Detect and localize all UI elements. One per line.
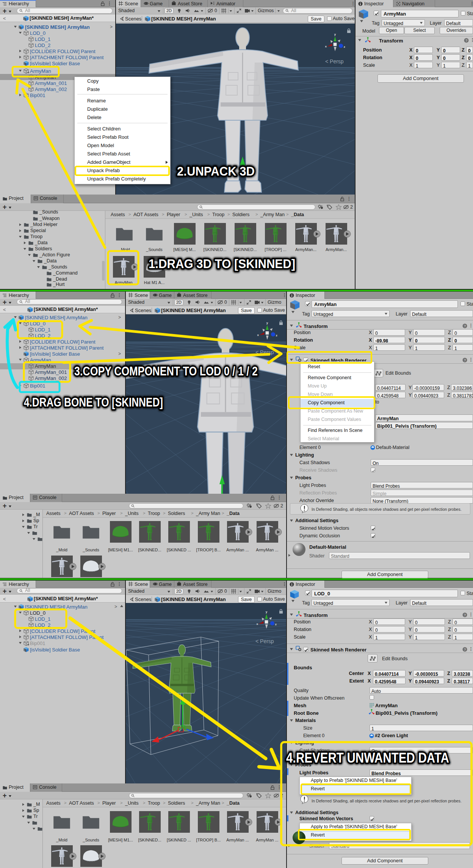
svg-text:4.DRAG BONE TO [SKINNED]: 4.DRAG BONE TO [SKINNED]: [24, 395, 163, 409]
svg-text:4.REVERT UNWANTED DATA: 4.REVERT UNWANTED DATA: [286, 750, 449, 766]
svg-text:2.UNPACK 3D: 2.UNPACK 3D: [177, 164, 255, 178]
svg-text:3.COPY COMPONENT TO LOD 0 / 1: 3.COPY COMPONENT TO LOD 0 / 1 / 2: [74, 364, 258, 378]
svg-text:1.DRAG 3D TO [SKINNED]: 1.DRAG 3D TO [SKINNED]: [149, 256, 295, 271]
